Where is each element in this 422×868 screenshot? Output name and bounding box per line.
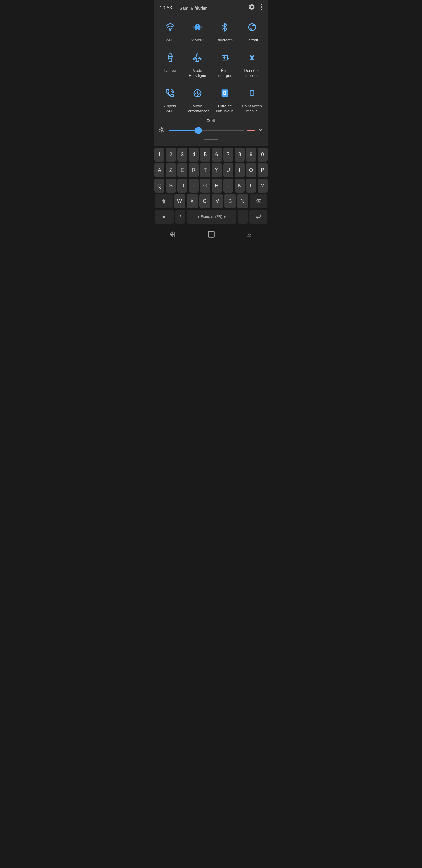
- key-9[interactable]: 9: [246, 148, 256, 162]
- key-d[interactable]: D: [177, 179, 187, 193]
- brightness-row: [154, 124, 268, 137]
- vibrate-label: Vibreur: [191, 38, 204, 43]
- nav-home-button[interactable]: [207, 230, 215, 240]
- key-q[interactable]: Q: [155, 179, 164, 193]
- key-v[interactable]: V: [212, 194, 223, 208]
- key-symbols[interactable]: !#1: [155, 210, 174, 224]
- key-6[interactable]: 6: [212, 148, 222, 162]
- portrait-icon: [247, 22, 257, 33]
- keyboard: 1 2 3 4 5 6 7 8 9 0 A Z E R T Y U I O P …: [154, 146, 268, 224]
- key-e[interactable]: E: [177, 163, 187, 177]
- qs-tile-wifi-calling[interactable]: Appels Wi-Fi: [157, 84, 183, 117]
- svg-line-19: [160, 128, 160, 128]
- key-z[interactable]: Z: [166, 163, 176, 177]
- svg-line-20: [163, 131, 164, 132]
- key-t[interactable]: T: [200, 163, 210, 177]
- key-5[interactable]: 5: [200, 148, 210, 162]
- more-icon[interactable]: [261, 3, 262, 12]
- qs-tile-flashlight[interactable]: Lampe: [157, 48, 184, 81]
- svg-point-3: [170, 29, 171, 31]
- page-indicators: [154, 116, 268, 124]
- nav-recents-button[interactable]: [245, 230, 253, 240]
- kb-wxcvb-row: W X C V B N: [155, 194, 267, 208]
- key-f[interactable]: F: [189, 179, 199, 193]
- key-0[interactable]: 0: [258, 148, 267, 162]
- key-space[interactable]: ◄ Français (FR) ►: [187, 210, 236, 224]
- key-g[interactable]: G: [200, 179, 210, 193]
- key-h[interactable]: H: [212, 179, 222, 193]
- qs-row-1: Wi-Fi Vibreur Bluetooth: [154, 18, 268, 46]
- qs-tile-hotspot[interactable]: Point accès mobile: [239, 84, 265, 117]
- tile-separator: [242, 101, 261, 101]
- key-b[interactable]: B: [225, 194, 236, 208]
- brightness-slider[interactable]: [168, 126, 244, 134]
- nav-back-button[interactable]: [169, 230, 177, 241]
- key-j[interactable]: J: [223, 179, 233, 193]
- qs-tile-bluetooth[interactable]: Bluetooth: [211, 18, 238, 46]
- slider-track: [168, 130, 244, 131]
- key-o[interactable]: O: [246, 163, 256, 177]
- key-i[interactable]: I: [235, 163, 245, 177]
- key-u[interactable]: U: [223, 163, 233, 177]
- kb-qsdfg-row: Q S D F G H J K L M: [155, 179, 267, 193]
- hotspot-icon: [247, 88, 257, 99]
- performance-label: Mode Performances: [186, 104, 209, 114]
- key-a[interactable]: A: [155, 163, 164, 177]
- key-4[interactable]: 4: [189, 148, 199, 162]
- qs-tile-airplane[interactable]: Mode Hors-ligne: [184, 48, 211, 81]
- key-3[interactable]: 3: [177, 148, 187, 162]
- qs-tile-vibrate[interactable]: Vibreur: [184, 18, 211, 46]
- qs-tile-battery-saver[interactable]: Éco. énergie: [211, 48, 238, 81]
- key-s[interactable]: S: [166, 179, 176, 193]
- key-7[interactable]: 7: [223, 148, 233, 162]
- svg-point-1: [261, 6, 262, 8]
- qs-row-3: Appels Wi-Fi Mode Performances B: [154, 84, 268, 117]
- key-backspace[interactable]: [250, 194, 267, 208]
- svg-point-0: [261, 4, 262, 5]
- key-period[interactable]: .: [238, 210, 248, 224]
- page-dot-1: [206, 119, 209, 122]
- battery-saver-label: Éco. énergie: [218, 68, 231, 78]
- qs-tile-blue-light[interactable]: B Filtre de lum. bleue: [212, 84, 238, 117]
- svg-point-2: [261, 9, 262, 10]
- key-shift[interactable]: [155, 194, 173, 208]
- key-r[interactable]: R: [189, 163, 199, 177]
- qs-tile-mobile-data[interactable]: Données mobiles: [238, 48, 265, 81]
- qs-tile-performance[interactable]: Mode Performances: [184, 84, 211, 117]
- key-k[interactable]: K: [235, 179, 245, 193]
- settings-icon[interactable]: [248, 3, 255, 12]
- quick-settings-panel: Wi-Fi Vibreur Bluetooth: [154, 15, 268, 146]
- key-m[interactable]: M: [258, 179, 267, 193]
- hotspot-label: Point accès mobile: [242, 104, 262, 114]
- tile-separator: [188, 101, 207, 101]
- tile-separator: [216, 35, 234, 35]
- key-x[interactable]: X: [187, 194, 198, 208]
- wifi-calling-icon: [165, 88, 175, 99]
- battery-saver-icon: [220, 52, 229, 63]
- vibrate-icon: [193, 22, 202, 33]
- qs-tile-wifi[interactable]: Wi-Fi: [157, 18, 184, 46]
- bluetooth-label: Bluetooth: [217, 38, 233, 43]
- status-icons: [248, 3, 262, 12]
- expand-icon[interactable]: [258, 127, 263, 134]
- key-c[interactable]: C: [199, 194, 210, 208]
- key-l[interactable]: L: [246, 179, 256, 193]
- key-enter[interactable]: [249, 210, 267, 224]
- status-bar: 10:53 | Sam. 9 février: [154, 0, 268, 15]
- tile-separator: [161, 101, 180, 101]
- key-p[interactable]: P: [258, 163, 267, 177]
- key-n[interactable]: N: [237, 194, 248, 208]
- key-1[interactable]: 1: [155, 148, 164, 162]
- kb-azerty-row: A Z E R T Y U I O P: [155, 163, 267, 177]
- key-y[interactable]: Y: [212, 163, 222, 177]
- key-w[interactable]: W: [174, 194, 185, 208]
- key-2[interactable]: 2: [166, 148, 176, 162]
- blue-light-label: Filtre de lum. bleue: [216, 104, 234, 114]
- portrait-label: Portrait: [246, 38, 258, 43]
- key-slash[interactable]: /: [175, 210, 185, 224]
- tile-separator: [161, 35, 180, 35]
- flashlight-label: Lampe: [164, 68, 176, 73]
- qs-tile-portrait[interactable]: Portrait: [238, 18, 265, 46]
- key-8[interactable]: 8: [235, 148, 245, 162]
- kb-bottom-row: !#1 / ◄ Français (FR) ► .: [155, 210, 267, 224]
